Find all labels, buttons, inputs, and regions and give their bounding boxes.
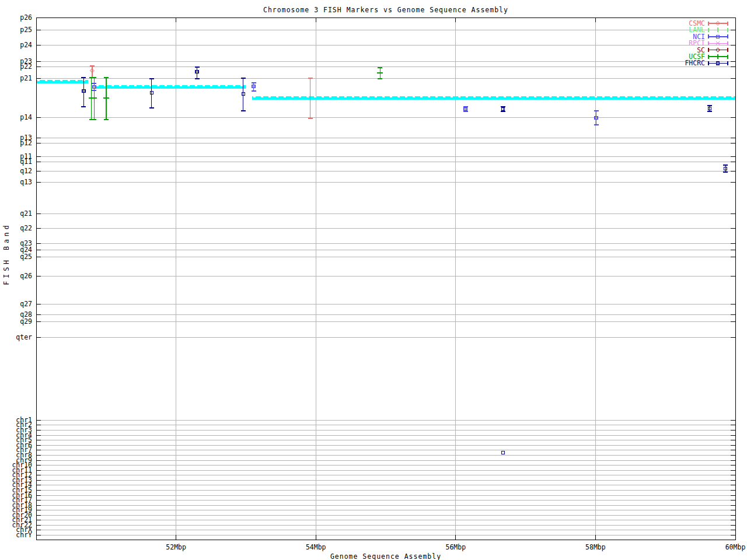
y-tick-labels: p26p25p24p23p22p21p14p13p12p11q11q12q13q…	[12, 13, 32, 539]
series-csmc	[90, 66, 313, 118]
x-tick-label-60: 60Mbp	[725, 543, 746, 551]
plot-area: p26p25p24p23p22p21p14p13p12p11q11q12q13q…	[0, 0, 747, 560]
legend-sample-nci	[708, 34, 728, 38]
series-fhcrc	[81, 67, 728, 454]
legend-sample-csmc	[708, 22, 728, 26]
y-tick-label-qter: qter	[16, 333, 32, 341]
y-tick-label-p24: p24	[20, 41, 32, 49]
y-tick-label-p26: p26	[20, 13, 32, 22]
y-tick-label-q21: q21	[20, 209, 32, 218]
y-tick-label-q26: q26	[20, 272, 32, 280]
y-tick-label-p25: p25	[20, 26, 32, 34]
legend-label-fhcrc: FHCRC	[685, 59, 705, 67]
y-tick-label-q11: q11	[20, 158, 32, 166]
y-tick-label-p22: p22	[20, 62, 32, 71]
y-tick-label-q27: q27	[20, 300, 32, 308]
series-nci	[92, 83, 598, 125]
y-tick-label-q13: q13	[20, 178, 32, 186]
y-tick-label-q25: q25	[20, 253, 32, 261]
gridlines	[36, 18, 735, 540]
legend-sample-ucsf	[708, 54, 728, 59]
legend-sample-fhcrc	[708, 61, 728, 65]
assembly-band-highlight-track	[36, 80, 735, 98]
y-tick-label-chrY: chrY	[16, 531, 32, 539]
legend-sample-lanl	[708, 27, 728, 32]
x-tick-label-52: 52Mbp	[166, 543, 186, 551]
legend-sample-sc	[708, 48, 728, 52]
x-tick-labels: 52Mbp54Mbp56Mbp58Mbp60Mbp	[166, 543, 745, 551]
y-tick-label-q12: q12	[20, 167, 32, 175]
plot-border	[36, 18, 735, 540]
y-tick-label-p21: p21	[20, 74, 32, 82]
y-tick-label-p12: p12	[20, 139, 32, 147]
fhcrc-marker	[502, 452, 505, 454]
legend: CSMCLANLNCIRPCISCUCSFFHCRC	[685, 19, 728, 67]
fish-marker-chart: Chromosome 3 FISH Markers vs Genome Sequ…	[0, 0, 747, 560]
x-tick-label-56: 56Mbp	[445, 543, 466, 551]
x-tick-label-58: 58Mbp	[585, 543, 606, 551]
y-tick-label-q22: q22	[20, 224, 32, 232]
y-tick-label-p14: p14	[20, 113, 32, 121]
axes	[36, 18, 735, 540]
series-ucsf	[89, 68, 383, 120]
x-tick-label-54: 54Mbp	[306, 543, 326, 551]
y-tick-label-q29: q29	[20, 317, 32, 326]
